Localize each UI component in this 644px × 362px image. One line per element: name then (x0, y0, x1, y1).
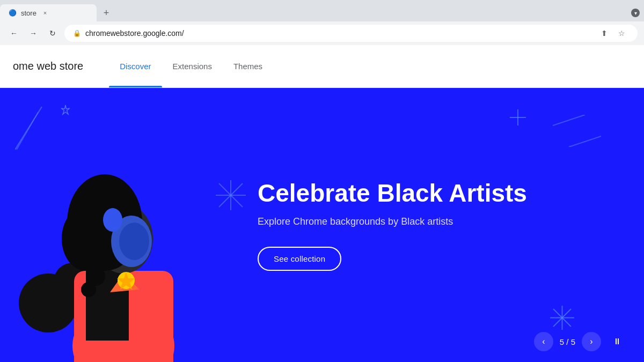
carousel-prev-button[interactable]: ‹ (534, 332, 553, 351)
deco-cross-topright (510, 109, 526, 125)
address-bar-row: ← → ↻ 🔒 chromewebstore.google.com/ ⬆ ☆ (0, 21, 644, 45)
url-text: chromewebstore.google.com/ (85, 29, 592, 38)
window-minimize-button[interactable]: ▾ (631, 9, 640, 17)
tab-bar: 🔵 store × + ▾ (0, 0, 644, 21)
refresh-icon: ↻ (49, 29, 56, 38)
nav-tabs: Discover Extensions Themes (109, 45, 273, 87)
see-collection-button[interactable]: See collection (258, 247, 341, 271)
active-tab[interactable]: 🔵 store × (0, 4, 97, 21)
svg-point-22 (119, 223, 149, 260)
address-bar-icons: ⬆ ☆ (597, 26, 629, 41)
tab-favicon: 🔵 (9, 9, 17, 17)
discover-tab-label: Discover (120, 62, 151, 71)
carousel-count: 5 / 5 (560, 337, 575, 346)
tab-discover[interactable]: Discover (109, 45, 162, 87)
hero-illustration (0, 88, 225, 362)
themes-tab-label: Themes (233, 62, 262, 71)
chevron-left-icon: ‹ (542, 337, 545, 346)
site-logo: ome web store (13, 60, 83, 72)
tab-themes[interactable]: Themes (223, 45, 273, 87)
svg-point-28 (81, 282, 96, 297)
svg-line-7 (553, 115, 585, 125)
lock-icon: 🔒 (73, 29, 81, 37)
hero-subtitle: Explore Chrome backgrounds by Black arti… (258, 216, 612, 227)
page-content: ome web store Discover Extensions Themes (0, 45, 644, 362)
site-nav: ome web store Discover Extensions Themes (0, 45, 644, 88)
hero-banner: Celebrate Black Artists Explore Chrome b… (0, 88, 644, 362)
browser-chrome: 🔵 store × + ▾ ← → ↻ 🔒 chromewebstore.goo… (0, 0, 644, 45)
deco-asterisk-bottomright (550, 306, 574, 330)
svg-point-20 (62, 206, 110, 271)
hero-content: Celebrate Black Artists Explore Chrome b… (225, 158, 644, 292)
carousel-next-button[interactable]: › (582, 332, 601, 351)
new-tab-button[interactable]: + (99, 5, 114, 20)
carousel-pause-button[interactable]: ⏸ (608, 332, 627, 351)
plus-icon: + (104, 8, 109, 19)
share-button[interactable]: ⬆ (597, 26, 612, 41)
star-icon: ☆ (618, 29, 625, 38)
refresh-button[interactable]: ↻ (45, 26, 60, 41)
tab-extensions[interactable]: Extensions (162, 45, 223, 87)
hero-title: Celebrate Black Artists (258, 179, 612, 208)
share-icon: ⬆ (601, 29, 608, 38)
forward-button[interactable]: → (26, 26, 41, 41)
deco-lines-topright (553, 115, 601, 147)
chevron-right-icon: › (590, 337, 592, 346)
pause-icon: ⏸ (613, 337, 621, 346)
svg-line-8 (569, 136, 601, 147)
url-bar[interactable]: 🔒 chromewebstore.google.com/ ⬆ ☆ (64, 25, 638, 42)
back-button[interactable]: ← (6, 26, 21, 41)
svg-point-26 (103, 208, 122, 232)
bookmark-button[interactable]: ☆ (614, 26, 629, 41)
forward-icon: → (30, 29, 37, 38)
carousel-controls: ‹ 5 / 5 › ⏸ (534, 332, 627, 351)
tab-title: store (21, 9, 36, 17)
close-icon: × (43, 10, 47, 16)
chevron-down-icon: ▾ (634, 10, 637, 16)
back-icon: ← (10, 29, 18, 38)
artist-figure-svg (16, 137, 220, 362)
extensions-tab-label: Extensions (173, 62, 212, 71)
tab-close-button[interactable]: × (41, 9, 49, 17)
